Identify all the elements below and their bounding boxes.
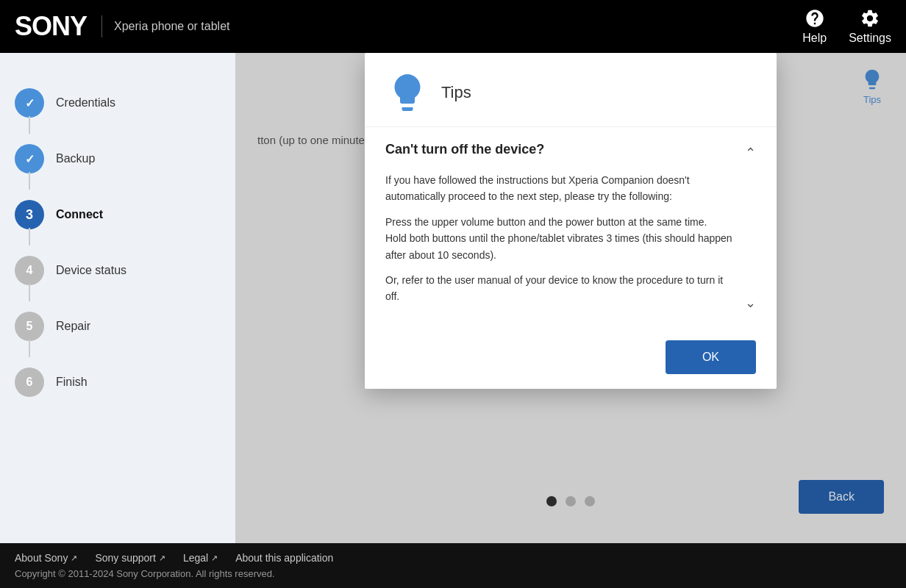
check-icon-1: ✓ xyxy=(25,96,35,110)
modal-paragraph-3: Or, refer to the user manual of your dev… xyxy=(385,272,733,305)
step-backup: ✓ Backup xyxy=(15,131,221,187)
step-label-4: Device status xyxy=(56,264,126,277)
step-label-2: Backup xyxy=(56,152,95,165)
step-number-4: 4 xyxy=(26,264,33,277)
about-app-link[interactable]: About this application xyxy=(235,552,333,564)
modal-footer: OK xyxy=(365,329,777,389)
modal-scroll-controls: ⌃ ⌄ xyxy=(745,142,756,314)
step-repair: 5 Repair xyxy=(15,298,221,354)
help-button[interactable]: Help xyxy=(802,8,827,45)
step-circle-1: ✓ xyxy=(15,88,44,118)
step-credentials: ✓ Credentials xyxy=(15,75,221,131)
modal-body: Can't turn off the device? If you have f… xyxy=(365,127,777,329)
header-subtitle: Xperia phone or tablet xyxy=(114,20,802,33)
help-icon xyxy=(805,8,825,29)
ok-button[interactable]: OK xyxy=(666,340,756,374)
app-footer: About Sony ↗ Sony support ↗ Legal ↗ Abou… xyxy=(0,543,906,588)
check-icon-2: ✓ xyxy=(25,152,35,166)
modal-paragraph-1: If you have followed the instructions bu… xyxy=(385,172,733,205)
tips-modal: Tips Can't turn off the device? If you h… xyxy=(365,53,777,389)
step-label-5: Repair xyxy=(56,320,90,333)
about-sony-label: About Sony xyxy=(15,552,68,564)
modal-bulb-icon xyxy=(385,71,429,115)
legal-link[interactable]: Legal ↗ xyxy=(183,552,218,564)
main-area: ✓ Credentials ✓ Backup 3 Connect 4 Devic… xyxy=(0,53,906,543)
content-area: Tips tton (up to one minute). Back Tips xyxy=(235,53,906,543)
settings-button[interactable]: Settings xyxy=(849,8,891,45)
sidebar: ✓ Credentials ✓ Backup 3 Connect 4 Devic… xyxy=(0,53,235,543)
step-circle-4: 4 xyxy=(15,256,44,285)
modal-question: Can't turn off the device? xyxy=(385,142,733,157)
modal-header: Tips xyxy=(365,53,777,127)
settings-icon xyxy=(860,8,880,29)
modal-title: Tips xyxy=(441,83,471,102)
modal-overlay: Tips Can't turn off the device? If you h… xyxy=(235,53,906,543)
app-header: SONY Xperia phone or tablet Help Setting… xyxy=(0,0,906,53)
step-circle-3: 3 xyxy=(15,200,44,229)
step-circle-2: ✓ xyxy=(15,144,44,173)
step-number-6: 6 xyxy=(26,376,33,389)
legal-label: Legal xyxy=(183,552,208,564)
external-icon-3: ↗ xyxy=(211,553,218,563)
scroll-up-icon[interactable]: ⌃ xyxy=(745,145,756,161)
copyright-text: Copyright © 2011-2024 Sony Corporation. … xyxy=(15,568,891,579)
step-finish: 6 Finish xyxy=(15,354,221,410)
external-icon-1: ↗ xyxy=(71,553,77,563)
step-number-5: 5 xyxy=(26,320,33,333)
external-icon-2: ↗ xyxy=(159,553,165,563)
header-actions: Help Settings xyxy=(802,8,891,45)
sony-logo: SONY xyxy=(15,11,87,42)
step-label-6: Finish xyxy=(56,376,88,389)
step-label-3: Connect xyxy=(56,208,103,221)
footer-links: About Sony ↗ Sony support ↗ Legal ↗ Abou… xyxy=(15,552,891,564)
help-label: Help xyxy=(802,32,827,45)
scroll-down-icon[interactable]: ⌄ xyxy=(745,295,756,311)
modal-body-text[interactable]: Can't turn off the device? If you have f… xyxy=(385,142,736,314)
step-circle-6: 6 xyxy=(15,368,44,397)
about-sony-link[interactable]: About Sony ↗ xyxy=(15,552,77,564)
step-label-1: Credentials xyxy=(56,96,115,110)
modal-paragraph-2: Press the upper volume button and the po… xyxy=(385,214,733,263)
sony-support-link[interactable]: Sony support ↗ xyxy=(95,552,165,564)
about-app-label: About this application xyxy=(235,552,333,564)
step-connect: 3 Connect xyxy=(15,187,221,243)
step-device-status: 4 Device status xyxy=(15,243,221,298)
sony-support-label: Sony support xyxy=(95,552,156,564)
header-divider xyxy=(101,15,102,37)
settings-label: Settings xyxy=(849,32,891,45)
step-circle-5: 5 xyxy=(15,312,44,341)
step-number-3: 3 xyxy=(26,207,33,223)
